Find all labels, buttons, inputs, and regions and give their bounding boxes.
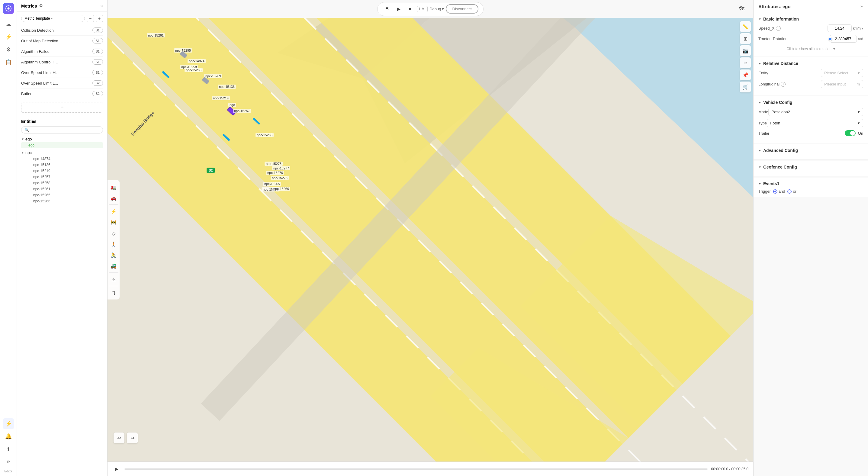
entity-select-dropdown[interactable]: Please Select ▾ bbox=[821, 69, 863, 77]
tractor-tool-button[interactable]: 🚜 bbox=[109, 261, 118, 271]
panel-collapse-button[interactable]: » bbox=[861, 4, 863, 9]
longitudinal-input-box[interactable]: Please input m bbox=[821, 80, 863, 88]
tree-group-ego[interactable]: ▼ ego bbox=[21, 136, 103, 142]
document-nav-icon[interactable]: 📋 bbox=[3, 57, 14, 68]
debug-button[interactable]: Debug ▾ bbox=[430, 7, 444, 11]
timeline-time-display: 00:00:00.0 / 00:00:35.0 bbox=[711, 467, 748, 471]
electric-tool-button[interactable]: ⚡ bbox=[109, 207, 118, 216]
info-nav-icon[interactable]: ℹ bbox=[3, 444, 14, 454]
npc-15275-map-label: npc-15275 bbox=[271, 176, 289, 180]
timeline-track[interactable] bbox=[124, 469, 708, 470]
events1-header[interactable]: ▼ Events1 bbox=[758, 181, 863, 186]
metric-item-algocontrol: Algorithm Control F... S1 bbox=[21, 57, 103, 67]
entities-title: Entities bbox=[21, 119, 103, 124]
debug-chevron-icon: ▾ bbox=[442, 7, 444, 11]
trigger-and-option[interactable]: and bbox=[773, 189, 785, 194]
trailer-toggle[interactable] bbox=[845, 130, 856, 136]
tree-item-npc-15257[interactable]: npc-15257 bbox=[21, 174, 103, 180]
search-icon: 🔍 bbox=[25, 128, 29, 132]
mode-dropdown[interactable]: Poseidon2 ▾ bbox=[768, 108, 863, 116]
sidebar-collapse-button[interactable]: « bbox=[100, 3, 103, 8]
entity-search-input[interactable] bbox=[30, 128, 100, 132]
camera-tool-button[interactable]: 📷 bbox=[740, 45, 751, 56]
trigger-or-option[interactable]: or bbox=[787, 189, 797, 194]
car-tool-button[interactable]: 🚗 bbox=[109, 193, 118, 203]
geofence-config-header[interactable]: ▼ Geofence Config bbox=[758, 165, 863, 169]
route-tool-button[interactable]: ◇ bbox=[109, 228, 118, 238]
basic-info-header[interactable]: ▼ Basic Information bbox=[758, 17, 863, 22]
map-container: Donghai Bridge npc-15261 npc-15295 npc-1… bbox=[107, 18, 753, 462]
lightning-nav-icon[interactable]: ⚡ bbox=[3, 31, 14, 42]
metric-template-dropdown[interactable]: Metric Template ▾ bbox=[21, 15, 85, 22]
tree-item-npc-15136[interactable]: npc-15136 bbox=[21, 162, 103, 168]
pin-tool-button[interactable]: 📌 bbox=[740, 69, 751, 80]
tree-item-npc-15219[interactable]: npc-15219 bbox=[21, 168, 103, 174]
cart-tool-button[interactable]: 🛒 bbox=[740, 82, 751, 92]
tree-item-npc-15265[interactable]: npc-15265 bbox=[21, 192, 103, 198]
timeline-bar: ▶ 00:00:00.0 / 00:00:35.0 bbox=[107, 462, 753, 476]
relative-distance-title: Relative Distance bbox=[763, 61, 798, 66]
npc-15253-map-label: npc-15253 bbox=[185, 68, 203, 72]
undo-button[interactable]: ↩ bbox=[114, 433, 124, 443]
settings-nav-icon[interactable]: ⚙ bbox=[3, 44, 14, 55]
mode-row: Mode Poseidon2 ▾ bbox=[758, 108, 863, 116]
type-dropdown[interactable]: Foton ▾ bbox=[767, 119, 863, 127]
cone-tool-button[interactable]: 🚧 bbox=[109, 218, 118, 227]
entity-search-box[interactable]: 🔍 bbox=[21, 126, 103, 133]
template-minus-button[interactable]: − bbox=[87, 15, 94, 22]
vehicle-config-section: ▼ Vehicle Config Mode Poseidon2 ▾ Type F… bbox=[753, 96, 868, 143]
pedestrian-tool-button[interactable]: 🚶 bbox=[109, 239, 118, 249]
tree-item-npc-15258[interactable]: npc-15258 bbox=[21, 180, 103, 186]
ruler-tool-button[interactable]: 📏 bbox=[740, 21, 751, 32]
tree-item-ego[interactable]: ego bbox=[21, 142, 103, 148]
tree-group-npc[interactable]: ▼ npc bbox=[21, 150, 103, 156]
warning-tool-button[interactable]: ⚠ bbox=[109, 275, 118, 284]
advanced-config-header[interactable]: ▼ Advanced Config bbox=[758, 148, 863, 153]
cloud-nav-icon[interactable]: ☁ bbox=[3, 19, 14, 30]
trigger-and-radio[interactable] bbox=[773, 189, 777, 194]
tree-item-npc-15261[interactable]: npc-15261 bbox=[21, 186, 103, 192]
arrows-tool-button[interactable]: ⇅ bbox=[109, 288, 118, 298]
truck-tool-button[interactable]: 🚛 bbox=[109, 182, 118, 192]
redo-button[interactable]: ↪ bbox=[127, 433, 138, 443]
tree-item-npc-15266[interactable]: npc-15266 bbox=[21, 198, 103, 204]
stop-toolbar-button[interactable]: ■ bbox=[405, 4, 415, 14]
grid-tool-button[interactable]: ⊞ bbox=[740, 33, 751, 44]
npc-15257-map-label: npc-15257 bbox=[233, 109, 251, 113]
tractor-rotation-row: Tractor_Rotation rad bbox=[758, 35, 863, 42]
tractor-rotation-input[interactable] bbox=[830, 35, 857, 42]
toolbar-center: 👁 ▶ ■ HMI Debug ▾ Disconnect bbox=[377, 2, 484, 16]
trailer-toggle-container: On bbox=[845, 130, 863, 136]
entity-row: Entity Please Select ▾ bbox=[758, 69, 863, 77]
eye-toolbar-button[interactable]: 👁 bbox=[382, 4, 392, 14]
longitudinal-info-icon[interactable]: i bbox=[781, 82, 785, 87]
disconnect-button[interactable]: Disconnect bbox=[446, 4, 478, 13]
entity-dropdown-chevron-icon: ▾ bbox=[858, 71, 860, 75]
flow-tool-button[interactable]: ≋ bbox=[740, 57, 751, 68]
show-all-info-button[interactable]: Click to show all information ▾ bbox=[758, 45, 863, 52]
timeline-play-button[interactable]: ▶ bbox=[112, 465, 121, 473]
longitudinal-row: Longitudinal i Please input m bbox=[758, 80, 863, 88]
vehicle-config-header[interactable]: ▼ Vehicle Config bbox=[758, 100, 863, 105]
speed-x-unit-dropdown[interactable]: km/h ▾ bbox=[853, 26, 863, 31]
add-metric-button[interactable]: + bbox=[21, 102, 103, 113]
template-plus-button[interactable]: + bbox=[96, 15, 103, 22]
ip-nav-icon[interactable]: IP bbox=[3, 456, 14, 467]
metric-item-speedlo: Over Speed Limit L... S2 bbox=[21, 78, 103, 89]
relative-distance-header[interactable]: ▼ Relative Distance bbox=[758, 61, 863, 66]
play-toolbar-button[interactable]: ▶ bbox=[394, 4, 403, 14]
tractor-rotation-unit: rad bbox=[858, 37, 863, 41]
type-label: Type bbox=[758, 121, 767, 125]
bike-tool-button[interactable]: 🚴 bbox=[109, 250, 118, 260]
map-layers-button[interactable]: 🗺 bbox=[736, 4, 747, 14]
triangle-down-icon-npc: ▼ bbox=[21, 151, 24, 154]
tree-item-npc-14874[interactable]: npc-14874 bbox=[21, 156, 103, 162]
speed-x-input[interactable] bbox=[828, 25, 852, 32]
bell-nav-icon[interactable]: 🔔 bbox=[3, 431, 14, 442]
flash-nav-icon[interactable]: ⚡ bbox=[3, 418, 14, 429]
vehicle-config-title: Vehicle Config bbox=[763, 100, 792, 105]
trigger-or-radio[interactable] bbox=[787, 189, 792, 194]
speed-x-info-icon[interactable]: i bbox=[776, 26, 781, 31]
npc-15136-map-label: npc-15136 bbox=[218, 85, 236, 89]
tool-divider-2 bbox=[109, 273, 118, 273]
